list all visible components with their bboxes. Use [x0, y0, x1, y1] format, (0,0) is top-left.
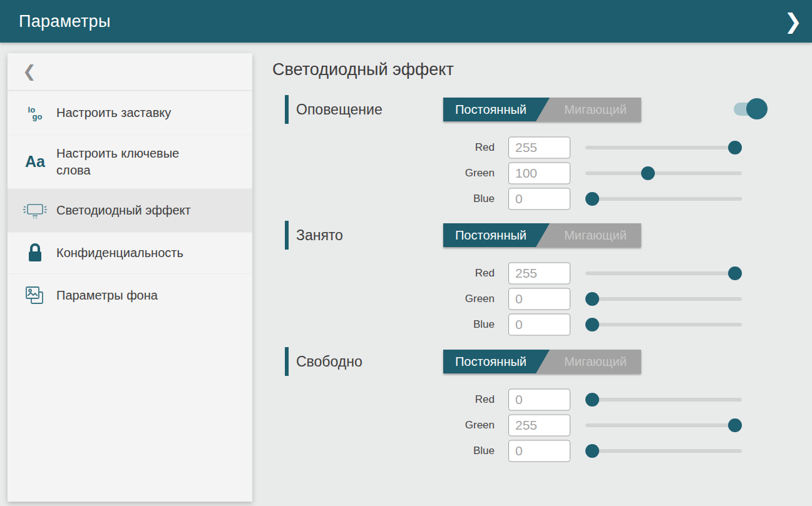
blue-value-input[interactable]: [508, 440, 570, 462]
slider-thumb[interactable]: [585, 393, 599, 407]
channel-label: Blue: [272, 193, 495, 205]
mode-segmented-control[interactable]: Постоянный Мигающий: [443, 98, 641, 121]
slider-thumb[interactable]: [728, 266, 742, 280]
lock-icon: [21, 243, 49, 263]
chevron-right-icon[interactable]: ❯: [784, 11, 803, 32]
section-title: Оповещение: [296, 101, 383, 118]
channel-row-green: Green: [272, 412, 812, 438]
channel-row-blue: Blue: [272, 438, 812, 463]
channel-label: Red: [272, 141, 495, 154]
blue-value-input[interactable]: [508, 313, 570, 335]
led-display-icon: [21, 201, 49, 220]
channel-row-green: Green: [272, 160, 812, 186]
sidebar-item-screensaver[interactable]: lo go Настроить заставку: [8, 91, 252, 134]
app-bar: Параметры ❯: [0, 0, 812, 43]
green-slider[interactable]: [585, 418, 742, 432]
red-value-input[interactable]: [508, 388, 570, 410]
channel-row-red: Red: [272, 387, 812, 412]
slider-thumb[interactable]: [585, 292, 599, 306]
blue-slider[interactable]: [585, 318, 742, 331]
sidebar-item-label: Светодиодный эффект: [56, 202, 191, 219]
channel-row-red: Red: [272, 260, 812, 286]
red-slider[interactable]: [585, 266, 742, 280]
section-busy: Занято Постоянный Мигающий Red Gre: [272, 221, 812, 337]
channel-label: Blue: [272, 318, 495, 331]
sidebar-item-keywords[interactable]: Aa Настроить ключевые слова: [8, 134, 252, 188]
section-accent-bar: [285, 95, 289, 124]
channel-label: Green: [272, 419, 495, 432]
green-value-input[interactable]: [508, 288, 570, 310]
content-title: Светодиодный эффект: [272, 60, 812, 79]
green-slider[interactable]: [585, 292, 742, 306]
slider-thumb[interactable]: [585, 318, 599, 331]
channel-row-green: Green: [272, 286, 812, 311]
sidebar-item-label: Параметры фона: [56, 287, 158, 304]
blue-slider[interactable]: [585, 444, 742, 458]
section-accent-bar: [285, 347, 289, 376]
sidebar-item-background[interactable]: Параметры фона: [8, 273, 252, 317]
mode-option-blinking[interactable]: Мигающий: [550, 350, 641, 373]
sidebar-item-led-effect[interactable]: Светодиодный эффект: [8, 188, 252, 232]
channel-label: Red: [272, 267, 495, 280]
logo-icon: lo go: [21, 106, 49, 120]
sidebar-item-label: Настроить заставку: [56, 104, 171, 121]
channel-row-blue: Blue: [272, 311, 812, 337]
section-title: Свободно: [296, 353, 362, 370]
mode-option-constant[interactable]: Постоянный: [443, 223, 550, 247]
section-title: Занято: [296, 227, 343, 244]
mode-option-constant[interactable]: Постоянный: [443, 98, 550, 121]
green-value-input[interactable]: [508, 162, 570, 184]
mode-option-blinking[interactable]: Мигающий: [550, 223, 641, 247]
red-slider[interactable]: [585, 141, 742, 154]
text-aa-icon: Aa: [21, 153, 49, 171]
channel-label: Green: [272, 167, 495, 180]
channel-row-red: Red: [272, 134, 812, 160]
page-title: Параметры: [19, 12, 111, 31]
slider-thumb[interactable]: [728, 141, 742, 154]
channel-label: Blue: [272, 445, 495, 457]
channel-label: Red: [272, 393, 495, 406]
slider-thumb[interactable]: [641, 166, 655, 180]
background-images-icon: [21, 285, 49, 306]
slider-thumb[interactable]: [728, 418, 742, 432]
mode-option-blinking[interactable]: Мигающий: [550, 98, 641, 121]
mode-option-constant[interactable]: Постоянный: [443, 350, 550, 373]
main-content: Светодиодный эффект Оповещение Постоянны…: [272, 60, 812, 506]
sidebar: ❮ lo go Настроить заставку Aa Настроить …: [8, 53, 252, 502]
chevron-left-icon: ❮: [23, 62, 36, 81]
channel-row-blue: Blue: [272, 186, 812, 211]
blue-slider[interactable]: [585, 192, 742, 206]
toggle-thumb: [746, 98, 768, 119]
slider-thumb[interactable]: [585, 444, 599, 458]
section-free: Свободно Постоянный Мигающий Red G: [272, 347, 812, 463]
sidebar-item-label: Настроить ключевые слова: [56, 145, 210, 179]
sidebar-item-label: Конфиденциальность: [56, 245, 183, 261]
red-value-input[interactable]: [508, 136, 570, 158]
green-slider[interactable]: [585, 166, 742, 180]
section-notification: Оповещение Постоянный Мигающий Red: [272, 95, 812, 211]
mode-segmented-control[interactable]: Постоянный Мигающий: [443, 223, 641, 247]
section-accent-bar: [285, 221, 289, 250]
green-value-input[interactable]: [508, 414, 570, 436]
blue-value-input[interactable]: [508, 188, 570, 210]
sidebar-item-privacy[interactable]: Конфиденциальность: [8, 232, 252, 273]
sidebar-collapse-button[interactable]: ❮: [8, 53, 252, 91]
mode-segmented-control[interactable]: Постоянный Мигающий: [443, 350, 641, 373]
notification-toggle-switch[interactable]: [734, 98, 768, 119]
red-value-input[interactable]: [508, 262, 570, 284]
red-slider[interactable]: [585, 393, 742, 407]
slider-thumb[interactable]: [585, 192, 599, 206]
channel-label: Green: [272, 293, 495, 305]
